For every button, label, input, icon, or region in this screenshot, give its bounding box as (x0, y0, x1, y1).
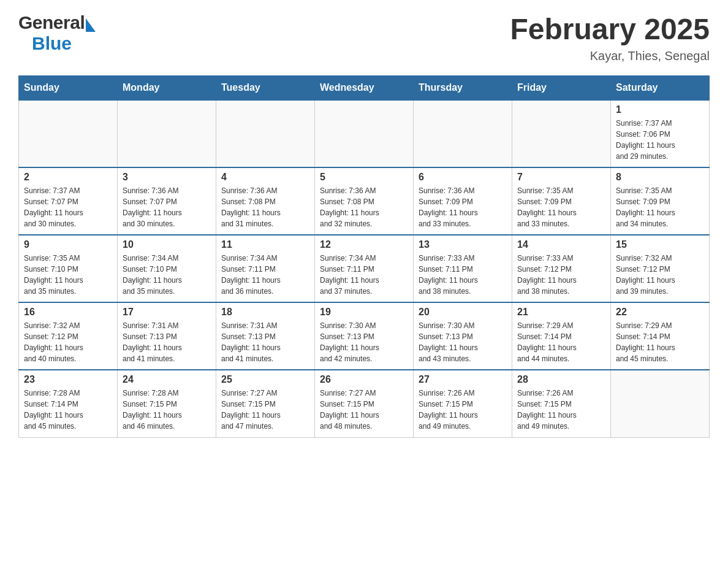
calendar-cell: 22Sunrise: 7:29 AM Sunset: 7:14 PM Dayli… (611, 302, 710, 370)
calendar-cell (315, 100, 414, 167)
calendar-cell: 3Sunrise: 7:36 AM Sunset: 7:07 PM Daylig… (118, 167, 216, 235)
calendar-week-row: 9Sunrise: 7:35 AM Sunset: 7:10 PM Daylig… (19, 235, 710, 302)
calendar-week-row: 1Sunrise: 7:37 AM Sunset: 7:06 PM Daylig… (19, 100, 710, 167)
logo: General Blue (18, 12, 96, 54)
calendar-cell: 4Sunrise: 7:36 AM Sunset: 7:08 PM Daylig… (216, 167, 315, 235)
day-info: Sunrise: 7:37 AM Sunset: 7:06 PM Dayligh… (616, 118, 704, 162)
day-number: 19 (320, 307, 408, 318)
calendar-cell (512, 100, 611, 167)
calendar-title: February 2025 (510, 12, 710, 46)
calendar-cell: 16Sunrise: 7:32 AM Sunset: 7:12 PM Dayli… (19, 302, 118, 370)
day-info: Sunrise: 7:36 AM Sunset: 7:07 PM Dayligh… (123, 185, 211, 229)
day-info: Sunrise: 7:29 AM Sunset: 7:14 PM Dayligh… (616, 320, 704, 364)
calendar-cell: 28Sunrise: 7:26 AM Sunset: 7:15 PM Dayli… (512, 370, 611, 437)
day-number: 2 (24, 172, 112, 183)
column-header-saturday: Saturday (611, 76, 710, 101)
day-info: Sunrise: 7:31 AM Sunset: 7:13 PM Dayligh… (221, 320, 309, 364)
calendar-cell: 26Sunrise: 7:27 AM Sunset: 7:15 PM Dayli… (315, 370, 414, 437)
day-number: 20 (419, 307, 507, 318)
day-number: 10 (123, 239, 211, 250)
day-info: Sunrise: 7:33 AM Sunset: 7:11 PM Dayligh… (419, 253, 507, 297)
calendar-week-row: 2Sunrise: 7:37 AM Sunset: 7:07 PM Daylig… (19, 167, 710, 235)
day-info: Sunrise: 7:31 AM Sunset: 7:13 PM Dayligh… (123, 320, 211, 364)
day-info: Sunrise: 7:26 AM Sunset: 7:15 PM Dayligh… (419, 388, 507, 432)
calendar-cell: 7Sunrise: 7:35 AM Sunset: 7:09 PM Daylig… (512, 167, 611, 235)
day-number: 22 (616, 307, 704, 318)
day-number: 7 (517, 172, 605, 183)
calendar-cell: 10Sunrise: 7:34 AM Sunset: 7:10 PM Dayli… (118, 235, 216, 302)
calendar-cell: 6Sunrise: 7:36 AM Sunset: 7:09 PM Daylig… (414, 167, 512, 235)
day-number: 11 (221, 239, 309, 250)
calendar-cell: 14Sunrise: 7:33 AM Sunset: 7:12 PM Dayli… (512, 235, 611, 302)
calendar-cell (414, 100, 512, 167)
calendar-cell: 20Sunrise: 7:30 AM Sunset: 7:13 PM Dayli… (414, 302, 512, 370)
day-number: 4 (221, 172, 309, 183)
day-info: Sunrise: 7:34 AM Sunset: 7:11 PM Dayligh… (320, 253, 408, 297)
day-number: 21 (517, 307, 605, 318)
day-info: Sunrise: 7:30 AM Sunset: 7:13 PM Dayligh… (419, 320, 507, 364)
calendar-week-row: 23Sunrise: 7:28 AM Sunset: 7:14 PM Dayli… (19, 370, 710, 437)
calendar-cell: 8Sunrise: 7:35 AM Sunset: 7:09 PM Daylig… (611, 167, 710, 235)
calendar-cell (611, 370, 710, 437)
calendar-cell: 12Sunrise: 7:34 AM Sunset: 7:11 PM Dayli… (315, 235, 414, 302)
day-number: 14 (517, 239, 605, 250)
day-number: 12 (320, 239, 408, 250)
day-info: Sunrise: 7:35 AM Sunset: 7:09 PM Dayligh… (616, 185, 704, 229)
logo-general-text: General (18, 12, 85, 33)
day-number: 1 (616, 104, 704, 115)
calendar-subtitle: Kayar, Thies, Senegal (510, 49, 710, 63)
day-info: Sunrise: 7:32 AM Sunset: 7:12 PM Dayligh… (616, 253, 704, 297)
day-number: 26 (320, 374, 408, 385)
day-info: Sunrise: 7:37 AM Sunset: 7:07 PM Dayligh… (24, 185, 112, 229)
day-info: Sunrise: 7:28 AM Sunset: 7:15 PM Dayligh… (123, 388, 211, 432)
day-info: Sunrise: 7:36 AM Sunset: 7:08 PM Dayligh… (320, 185, 408, 229)
calendar-cell: 18Sunrise: 7:31 AM Sunset: 7:13 PM Dayli… (216, 302, 315, 370)
calendar-week-row: 16Sunrise: 7:32 AM Sunset: 7:12 PM Dayli… (19, 302, 710, 370)
calendar-cell: 24Sunrise: 7:28 AM Sunset: 7:15 PM Dayli… (118, 370, 216, 437)
day-number: 8 (616, 172, 704, 183)
day-number: 23 (24, 374, 112, 385)
calendar-cell: 23Sunrise: 7:28 AM Sunset: 7:14 PM Dayli… (19, 370, 118, 437)
day-info: Sunrise: 7:27 AM Sunset: 7:15 PM Dayligh… (320, 388, 408, 432)
calendar-cell: 11Sunrise: 7:34 AM Sunset: 7:11 PM Dayli… (216, 235, 315, 302)
calendar-cell: 25Sunrise: 7:27 AM Sunset: 7:15 PM Dayli… (216, 370, 315, 437)
calendar-cell: 2Sunrise: 7:37 AM Sunset: 7:07 PM Daylig… (19, 167, 118, 235)
day-info: Sunrise: 7:36 AM Sunset: 7:08 PM Dayligh… (221, 185, 309, 229)
calendar-cell (118, 100, 216, 167)
title-area: February 2025 Kayar, Thies, Senegal (510, 12, 710, 63)
day-number: 5 (320, 172, 408, 183)
day-info: Sunrise: 7:26 AM Sunset: 7:15 PM Dayligh… (517, 388, 605, 432)
day-info: Sunrise: 7:36 AM Sunset: 7:09 PM Dayligh… (419, 185, 507, 229)
day-info: Sunrise: 7:29 AM Sunset: 7:14 PM Dayligh… (517, 320, 605, 364)
day-info: Sunrise: 7:35 AM Sunset: 7:10 PM Dayligh… (24, 253, 112, 297)
day-number: 16 (24, 307, 112, 318)
calendar-cell (19, 100, 118, 167)
day-info: Sunrise: 7:28 AM Sunset: 7:14 PM Dayligh… (24, 388, 112, 432)
calendar-cell: 21Sunrise: 7:29 AM Sunset: 7:14 PM Dayli… (512, 302, 611, 370)
calendar-cell: 1Sunrise: 7:37 AM Sunset: 7:06 PM Daylig… (611, 100, 710, 167)
column-header-friday: Friday (512, 76, 611, 101)
day-info: Sunrise: 7:27 AM Sunset: 7:15 PM Dayligh… (221, 388, 309, 432)
day-info: Sunrise: 7:34 AM Sunset: 7:10 PM Dayligh… (123, 253, 211, 297)
day-number: 28 (517, 374, 605, 385)
day-info: Sunrise: 7:32 AM Sunset: 7:12 PM Dayligh… (24, 320, 112, 364)
day-number: 9 (24, 239, 112, 250)
day-number: 24 (123, 374, 211, 385)
calendar-cell: 13Sunrise: 7:33 AM Sunset: 7:11 PM Dayli… (414, 235, 512, 302)
page-header: General Blue February 2025 Kayar, Thies,… (18, 12, 710, 63)
calendar-cell: 27Sunrise: 7:26 AM Sunset: 7:15 PM Dayli… (414, 370, 512, 437)
day-info: Sunrise: 7:35 AM Sunset: 7:09 PM Dayligh… (517, 185, 605, 229)
column-header-wednesday: Wednesday (315, 76, 414, 101)
column-header-thursday: Thursday (414, 76, 512, 101)
logo-triangle-icon (86, 18, 96, 32)
calendar-cell (216, 100, 315, 167)
column-header-sunday: Sunday (19, 76, 118, 101)
logo-blue-text: Blue (32, 33, 72, 54)
calendar-header-row: SundayMondayTuesdayWednesdayThursdayFrid… (19, 76, 710, 101)
day-info: Sunrise: 7:33 AM Sunset: 7:12 PM Dayligh… (517, 253, 605, 297)
day-number: 3 (123, 172, 211, 183)
day-number: 25 (221, 374, 309, 385)
day-number: 17 (123, 307, 211, 318)
day-number: 6 (419, 172, 507, 183)
calendar-cell: 5Sunrise: 7:36 AM Sunset: 7:08 PM Daylig… (315, 167, 414, 235)
